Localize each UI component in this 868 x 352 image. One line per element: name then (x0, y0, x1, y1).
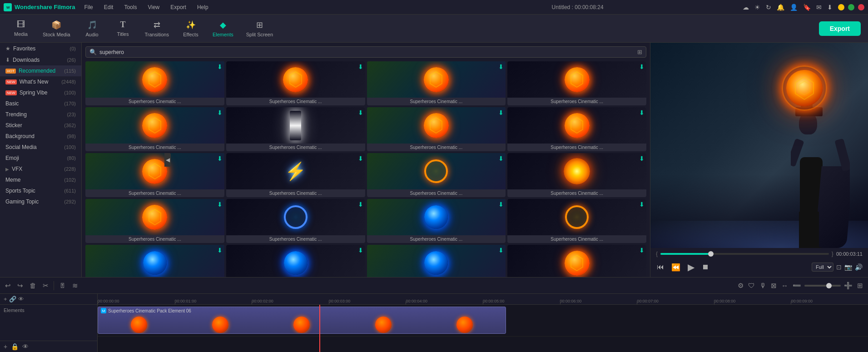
refresh-icon[interactable]: ↻ (766, 4, 771, 11)
sidebar-item-whats-new[interactable]: NEW What's New (2448) (0, 76, 81, 87)
grid-item[interactable]: ⬇ Superheroes Cinematic ... (367, 61, 506, 105)
sidebar-item-sports-topic[interactable]: Sports Topic (611) (0, 185, 81, 196)
minimize-button[interactable] (838, 4, 844, 10)
grid-item[interactable]: ⬇ Superheroes Cinematic ... (507, 61, 646, 105)
sticker-label: Sticker (5, 122, 22, 129)
progress-handle[interactable] (708, 251, 714, 257)
zoom-slider[interactable] (804, 285, 841, 287)
toolbar-split-screen[interactable]: ⊞ Split Screen (242, 18, 278, 39)
ripple-button[interactable]: ≋ (71, 280, 79, 291)
toolbar-titles[interactable]: T Titles (109, 18, 137, 39)
grid-item[interactable]: ⬇ Superheroes Cinematic ... (507, 199, 646, 243)
menu-file[interactable]: File (82, 3, 94, 11)
grid-item[interactable]: ⬇ Superheroes Cinematic ... (367, 153, 506, 197)
grid-item[interactable]: ⬇ Superheroes Cinematic ... (85, 199, 224, 243)
grid-item[interactable]: ⬇ Superheroes Cinematic ... (226, 245, 365, 277)
sidebar-item-emoji[interactable]: Emoji (80) (0, 153, 81, 164)
step-back-button[interactable]: ⏪ (670, 262, 681, 273)
grid-item[interactable]: ⚡ ⬇ Superheroes Cinematic ... (226, 153, 365, 197)
cloud-icon[interactable]: ☁ (743, 4, 749, 11)
sidebar-item-meme[interactable]: Meme (102) (0, 174, 81, 185)
sidebar-item-favorites[interactable]: ★ Favorites (0) (0, 43, 81, 55)
grid-item[interactable]: ⬇ Superheroes Cinematic ... (85, 107, 224, 151)
menu-edit[interactable]: Edit (102, 3, 115, 11)
fit-timeline-button[interactable]: ⊞ (856, 280, 864, 291)
search-input[interactable] (99, 49, 635, 55)
cut-button[interactable]: ✂ (41, 280, 50, 291)
sun-icon[interactable]: ☀ (754, 4, 760, 11)
link-button[interactable]: 🔗 (9, 296, 16, 302)
grid-item[interactable]: ⬇ Superheroes Cinematic ... (226, 199, 365, 243)
zoom-out-button[interactable]: ➖ (791, 280, 803, 291)
sidebar-item-gaming-topic[interactable]: Gaming Topic (292) (0, 196, 81, 207)
grid-item[interactable]: ⬇ Superheroes Cinematic ... (507, 245, 646, 277)
person-icon[interactable]: 👤 (790, 4, 798, 11)
close-button[interactable] (858, 4, 864, 10)
grid-item[interactable]: ⬇ Superheroes Cinematic ... (226, 107, 365, 151)
download-icon[interactable]: ⬇ (827, 4, 833, 11)
sidebar-item-trending[interactable]: Trending (23) (0, 109, 81, 120)
progress-track[interactable] (660, 253, 829, 255)
sidebar-item-vfx[interactable]: ▶ VFX (228) (0, 164, 81, 174)
play-button[interactable]: ▶ (687, 261, 695, 273)
export-button[interactable]: Export (819, 21, 861, 36)
sidebar-item-sticker[interactable]: Sticker (362) (0, 120, 81, 131)
toolbar-audio[interactable]: 🎵 Audio (79, 18, 106, 39)
snap-button[interactable]: ⊠ (769, 280, 778, 291)
grid-item[interactable]: ⬇ Superheroes Cinematic ... (507, 107, 646, 151)
mail-icon[interactable]: ✉ (816, 4, 822, 11)
sidebar-item-social-media[interactable]: Social Media (100) (0, 142, 81, 153)
grid-item[interactable]: ⬇ Superheroes Cinematic ... (85, 61, 224, 105)
fit-icon[interactable]: ⊡ (836, 263, 842, 271)
grid-item[interactable]: ⬇ Superheroes Cinematic ... (367, 245, 506, 277)
mark-out-button[interactable]: } (832, 251, 833, 257)
menu-tools[interactable]: Tools (122, 3, 139, 11)
timeline-lock-icon[interactable]: 🔒 (11, 343, 19, 350)
skip-back-button[interactable]: ⏮ (656, 262, 665, 272)
playhead[interactable] (319, 305, 320, 352)
eye-button[interactable]: 👁 (18, 296, 24, 302)
toolbar-transitions[interactable]: ⇄ Transitions (140, 18, 174, 39)
timeline-add-icon[interactable]: + (4, 343, 7, 350)
audio-settings-button[interactable]: 🎚 (58, 280, 67, 291)
shield-button[interactable]: 🛡 (747, 280, 756, 291)
volume-icon[interactable]: 🔊 (855, 263, 863, 271)
stop-button[interactable]: ⏹ (701, 262, 710, 272)
toolbar-media[interactable]: 🎞 Media (7, 18, 35, 39)
bookmark-icon[interactable]: 🔖 (803, 4, 811, 11)
maximize-button[interactable] (848, 4, 854, 10)
redo-button[interactable]: ↪ (16, 280, 25, 291)
toolbar-elements[interactable]: ◆ Elements (208, 18, 238, 39)
grid-item[interactable]: ⬇ Superheroes Cinematic ... (85, 245, 224, 277)
sidebar-collapse-button[interactable]: ◀ (164, 153, 171, 167)
grid-item[interactable]: ⬇ Superheroes Cinematic ... (367, 107, 506, 151)
toolbar-stock-media[interactable]: 📦 Stock Media (38, 18, 75, 39)
grid-item[interactable]: ⬇ Superheroes Cinematic ... (85, 153, 224, 197)
screenshot-icon[interactable]: 📷 (844, 263, 852, 271)
grid-item[interactable]: ⬇ Superheroes Cinematic ... (367, 199, 506, 243)
crop-button[interactable]: ↔ (780, 280, 789, 291)
menu-help[interactable]: Help (195, 3, 210, 11)
mark-in-button[interactable]: { (656, 251, 658, 257)
resolution-select[interactable]: Full 1/2 1/4 (812, 263, 833, 272)
sidebar-item-recommended[interactable]: HOT Recommended (115) (0, 65, 81, 76)
sidebar-item-background[interactable]: Background (98) (0, 131, 81, 142)
delete-button[interactable]: 🗑 (28, 280, 38, 291)
record-button[interactable]: 🎙 (758, 280, 768, 291)
sidebar-item-basic[interactable]: Basic (170) (0, 98, 81, 109)
zoom-in-button[interactable]: ➕ (843, 280, 854, 291)
bell-icon[interactable]: 🔔 (777, 4, 784, 11)
grid-view-icon[interactable]: ⊞ (637, 49, 642, 55)
grid-item[interactable]: ⬇ Superheroes Cinematic ... (226, 61, 365, 105)
menu-export[interactable]: Export (169, 3, 188, 11)
menu-view[interactable]: View (146, 3, 161, 11)
toolbar-effects[interactable]: ✨ Effects (177, 18, 204, 39)
timeline-clip[interactable]: M Superheroes Cinematic Pack Element 06 (98, 307, 506, 334)
timeline-eye-icon[interactable]: 👁 (22, 343, 29, 350)
undo-button[interactable]: ↩ (4, 280, 12, 291)
sidebar-item-downloads[interactable]: ⬇ Downloads (26) (0, 55, 81, 65)
zoom-settings-button[interactable]: ⚙ (736, 280, 745, 291)
sidebar-item-spring-vibe[interactable]: NEW Spring Vibe (100) (0, 87, 81, 98)
add-track-button[interactable]: + (4, 296, 7, 302)
grid-item[interactable]: ⬇ Superheroes Cinematic ... (507, 153, 646, 197)
